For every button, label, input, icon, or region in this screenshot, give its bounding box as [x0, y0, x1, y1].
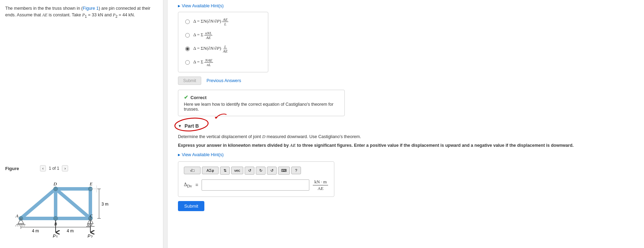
toolbar-help-btn[interactable]: ? — [291, 167, 301, 174]
vec-icon: vec — [234, 168, 240, 173]
svg-point-10 — [54, 187, 58, 191]
svg-point-44 — [90, 224, 92, 226]
units-denominator: AE — [316, 185, 325, 192]
svg-line-41 — [24, 224, 25, 226]
arrows-icon: ⇅ — [223, 168, 227, 173]
toolbar-undo-btn[interactable]: ↺ — [245, 167, 254, 175]
svg-line-36 — [15, 224, 17, 226]
toolbar-refresh-btn[interactable]: ↺ — [267, 167, 277, 175]
toolbar-arrows-btn[interactable]: ⇅ — [220, 167, 230, 175]
option-label-4: Δ = Σ NAEnL — [193, 58, 213, 67]
option-row-2: Δ = Σ nNLAE — [185, 31, 261, 40]
svg-text:2: 2 — [91, 235, 93, 238]
check-icon: ✔ — [184, 94, 188, 101]
svg-text:P: P — [88, 234, 90, 238]
answer-input[interactable] — [202, 179, 309, 191]
svg-text:D: D — [53, 181, 57, 186]
option-row-4: Δ = Σ NAEnL — [185, 58, 261, 67]
option-radio-3[interactable] — [185, 47, 190, 51]
input-row: ΔDv = kN · m AE — [184, 179, 328, 192]
part-b-hint-link[interactable]: View Available Hint(s) — [178, 152, 634, 157]
redo-icon: ↻ — [259, 168, 262, 173]
right-panel: View Available Hint(s) Δ = ΣN(∂N/∂P) AEL… — [168, 0, 644, 248]
svg-line-3 — [21, 189, 56, 218]
svg-text:A: A — [15, 213, 18, 218]
option-radio-4[interactable] — [185, 60, 190, 65]
refresh-icon: ↺ — [270, 168, 274, 173]
part-b-question: Determine the vertical displacement of j… — [178, 134, 634, 140]
part-b-label: Part B — [185, 123, 199, 129]
svg-line-40 — [22, 224, 24, 226]
units-box: kN · m AE — [313, 179, 328, 192]
undo-icon: ↺ — [248, 168, 251, 173]
submit-button-a[interactable]: Submit — [178, 77, 201, 85]
svg-text:1: 1 — [56, 235, 58, 238]
keyboard-icon: ⌨ — [281, 168, 287, 173]
svg-line-37 — [17, 224, 18, 226]
svg-text:4 m: 4 m — [32, 229, 39, 233]
submit-button-b[interactable]: Submit — [178, 201, 204, 211]
toolbar-redo-btn[interactable]: ↻ — [256, 167, 266, 175]
toolbar-sigma-btn[interactable]: ΑΣφ — [202, 167, 219, 174]
equals-sign: = — [195, 182, 198, 188]
svg-marker-49 — [215, 117, 218, 119]
option-label-2: Δ = Σ nNLAE — [193, 31, 212, 40]
option-label-1: Δ = ΣN(∂N/∂P) AEL — [193, 17, 228, 26]
sigma-icon: ΑΣφ — [206, 168, 214, 173]
svg-line-6 — [56, 189, 90, 218]
svg-point-8 — [54, 216, 58, 221]
correct-label: Correct — [190, 95, 206, 100]
svg-text:4 m: 4 m — [67, 229, 74, 233]
option-row-3: Δ = ΣN(∂N/∂P) LAE — [185, 45, 261, 53]
option-radio-1[interactable] — [185, 19, 190, 24]
svg-text:E: E — [89, 181, 92, 186]
help-icon: ? — [295, 168, 297, 173]
hint-b-label: View Available Hint(s) — [182, 152, 223, 157]
part-b-express: Express your answer in kilonewton meters… — [178, 142, 634, 149]
part-a-hint-link[interactable]: View Available Hint(s) — [178, 3, 634, 8]
answer-box: √□ ΑΣφ ⇅ vec ↺ ↻ ↺ ⌨ ? — [178, 161, 334, 197]
correct-text: Here we learn how to identify the correc… — [184, 102, 339, 112]
option-row-1: Δ = ΣN(∂N/∂P) AEL — [185, 17, 261, 26]
delta-label: ΔDv — [184, 182, 192, 189]
svg-text:3 m: 3 m — [101, 202, 108, 207]
toolbar-vec-btn[interactable]: vec — [231, 167, 243, 174]
truss-figure: A B C D E 3 m 4 m 4 m P 1 P — [10, 165, 149, 241]
problem-text: The members in the the truss shown in (F… — [5, 5, 158, 19]
svg-text:C: C — [90, 213, 93, 218]
figure-link[interactable]: Figure 1 — [83, 6, 99, 11]
svg-text:P: P — [53, 234, 56, 238]
hint-a-label: View Available Hint(s) — [182, 3, 223, 8]
toolbar-sqrt-btn[interactable]: √□ — [184, 167, 201, 174]
toolbar: √□ ΑΣφ ⇅ vec ↺ ↻ ↺ ⌨ ? — [184, 167, 328, 175]
svg-line-38 — [19, 224, 20, 226]
previous-answers-link[interactable]: Previous Answers — [206, 78, 241, 83]
toolbar-keyboard-btn[interactable]: ⌨ — [278, 167, 290, 175]
svg-point-43 — [88, 224, 89, 226]
correct-box: ✔ Correct Here we learn how to identify … — [178, 90, 345, 116]
left-panel: The members in the the truss shown in (F… — [0, 0, 163, 248]
submit-row: Submit Previous Answers — [178, 77, 634, 85]
option-radio-2[interactable] — [185, 33, 190, 38]
units-numerator: kN · m — [313, 179, 328, 185]
sqrt-icon: √□ — [190, 168, 195, 173]
options-box: Δ = ΣN(∂N/∂P) AEL Δ = Σ nNLAE Δ = ΣN(∂N/… — [178, 12, 268, 72]
option-label-3: Δ = ΣN(∂N/∂P) LAE — [193, 45, 228, 53]
part-b-arrow-decoration — [204, 113, 231, 130]
correct-header: ✔ Correct — [184, 94, 339, 101]
